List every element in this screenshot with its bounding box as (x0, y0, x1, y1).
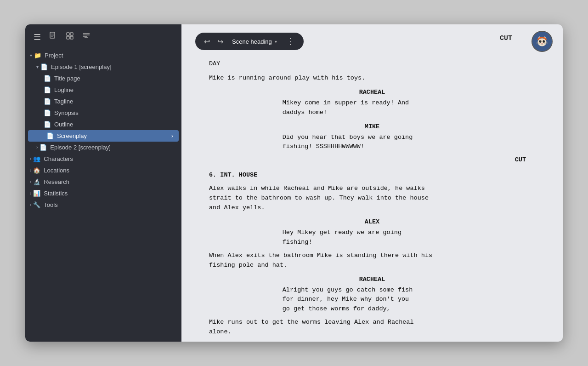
project-label: Project (45, 52, 63, 59)
character-mike-1: MIKE (209, 122, 535, 132)
chevron-stats: › (30, 191, 31, 196)
screenplay-line-day: DAY (209, 59, 535, 69)
tools-icon: 🔧 (33, 201, 40, 208)
screenplay-action-4: Mike runs out to get the worms leaving A… (209, 318, 535, 337)
statistics-icon: 📊 (33, 190, 40, 197)
chevron-right-ep2: › (36, 145, 38, 150)
screenplay-action-3: When Alex exits the bathroom Mike is sta… (209, 251, 535, 270)
menu-icon[interactable]: ☰ (34, 32, 41, 42)
undo-button[interactable]: ↩ (202, 36, 212, 47)
episode2-label: Episode 2 [screenplay] (50, 144, 111, 151)
redo-button[interactable]: ↪ (215, 36, 226, 47)
avatar[interactable] (531, 31, 553, 52)
scene-heading-label: Scene heading (232, 38, 272, 45)
svg-rect-7 (70, 36, 73, 39)
sidebar-item-logline[interactable]: 📄 Logline (25, 84, 181, 96)
sidebar-item-outline[interactable]: 📄 Outline (25, 119, 181, 130)
locations-icon: 🏠 (33, 167, 40, 174)
main-content: ↩ ↪ Scene heading ▾ ⋮ CUT (181, 24, 563, 342)
app-window: ☰ (25, 24, 563, 342)
align-icon[interactable] (82, 32, 90, 42)
logline-label: Logline (54, 86, 74, 93)
screenplay-area[interactable]: DAY Mike is running around play with his… (181, 24, 563, 342)
outline-label: Outline (54, 121, 73, 128)
synopsis-icon: 📄 (44, 109, 51, 116)
chevron-locs: › (30, 168, 31, 173)
screenplay-action-1: Mike is running around play with his toy… (209, 74, 535, 83)
svg-point-20 (540, 40, 541, 41)
scene-heading-6: 6. INT. HOUSE (209, 171, 535, 180)
dialogue-racheal-1: Mikey come in supper is ready! Anddaddys… (283, 98, 462, 118)
svg-rect-6 (67, 36, 69, 39)
characters-label: Characters (44, 155, 73, 162)
sidebar: ☰ (25, 24, 181, 342)
sidebar-item-tools[interactable]: › 🔧 Tools (25, 199, 181, 211)
cut-mid-1: CUT (209, 155, 535, 165)
scene-heading-dropdown[interactable]: Scene heading ▾ (228, 37, 281, 46)
locations-label: Locations (44, 167, 69, 174)
chevron-down-icon-ep1: ▾ (36, 64, 39, 69)
document-icon[interactable] (49, 32, 57, 42)
more-options-button[interactable]: ⋮ (283, 35, 297, 47)
svg-rect-4 (67, 33, 69, 35)
sidebar-item-research[interactable]: › 🔬 Research (25, 176, 181, 188)
character-racheal-2: RACHEAL (209, 275, 535, 285)
svg-point-21 (544, 40, 545, 41)
layout-icon[interactable] (66, 32, 74, 42)
dialogue-racheal-2: Alright you guys go catch some fishfor d… (283, 286, 462, 315)
statistics-label: Statistics (44, 190, 68, 197)
episode1-icon: 📄 (40, 63, 48, 70)
chevron-tools: › (30, 202, 31, 207)
chevron-down-icon: ▾ (30, 53, 32, 58)
character-alex-1: ALEX (209, 217, 535, 227)
sidebar-item-screenplay[interactable]: 📄 Screenplay › (28, 130, 179, 142)
dialogue-mike-1: Did you hear that boys we are goingfishi… (283, 133, 462, 152)
sidebar-item-episode1[interactable]: ▾ 📄 Episode 1 [screenplay] (25, 61, 181, 73)
chevron-down-icon: ▾ (275, 39, 277, 44)
sidebar-item-project[interactable]: ▾ 📁 Project (25, 50, 181, 61)
logline-icon: 📄 (44, 86, 51, 93)
svg-point-18 (539, 40, 542, 43)
sidebar-item-tagline[interactable]: 📄 Tagline (25, 96, 181, 107)
screenplay-action-2: Alex walks in while Racheal and Mike are… (209, 184, 535, 213)
screenplay-icon: 📄 (46, 132, 54, 139)
research-label: Research (44, 178, 69, 185)
title-page-icon: 📄 (44, 75, 51, 82)
project-icon: 📁 (34, 52, 41, 59)
sidebar-item-episode2[interactable]: › 📄 Episode 2 [screenplay] (25, 142, 181, 153)
character-racheal-1: RACHEAL (209, 88, 535, 97)
research-icon: 🔬 (33, 178, 40, 185)
sidebar-tree: ▾ 📁 Project ▾ 📄 Episode 1 [screenplay] 📄… (25, 48, 181, 342)
episode1-label: Episode 1 [screenplay] (51, 63, 112, 70)
tools-label: Tools (44, 201, 57, 208)
cut-label-top: CUT (500, 34, 512, 42)
editor-toolbar: ↩ ↪ Scene heading ▾ ⋮ (195, 33, 304, 50)
sidebar-item-characters[interactable]: › 👥 Characters (25, 153, 181, 165)
chevron-right-icon: › (171, 133, 173, 139)
screenplay-label: Screenplay (57, 132, 87, 139)
characters-icon: 👥 (33, 155, 40, 162)
svg-rect-5 (70, 33, 73, 35)
synopsis-label: Synopsis (54, 109, 79, 116)
episode2-icon: 📄 (40, 144, 47, 151)
sidebar-item-title-page[interactable]: 📄 Title page (25, 73, 181, 84)
svg-point-13 (537, 38, 546, 46)
tagline-label: Tagline (54, 98, 73, 105)
outline-icon: 📄 (44, 121, 51, 128)
sidebar-item-statistics[interactable]: › 📊 Statistics (25, 188, 181, 199)
sidebar-item-synopsis[interactable]: 📄 Synopsis (25, 107, 181, 119)
sidebar-toolbar: ☰ (25, 24, 181, 48)
chevron-chars: › (30, 156, 31, 161)
dialogue-alex-1: Hey Mikey get ready we are goingfishing! (283, 228, 462, 247)
chevron-research: › (30, 179, 31, 184)
title-page-label: Title page (54, 75, 80, 82)
tagline-icon: 📄 (44, 98, 51, 105)
sidebar-item-locations[interactable]: › 🏠 Locations (25, 165, 181, 176)
svg-point-19 (543, 40, 545, 43)
svg-point-22 (542, 43, 543, 44)
